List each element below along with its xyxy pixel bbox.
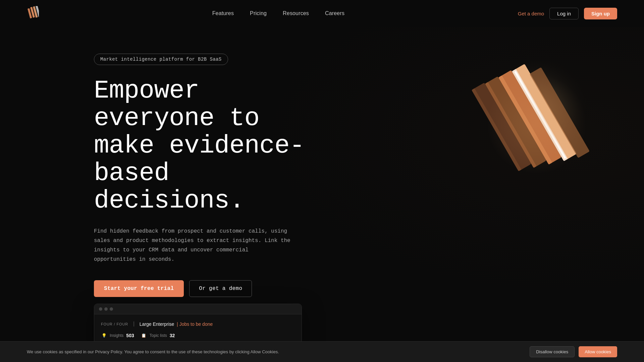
- window-title: Large Enterprise | Jobs to be done: [140, 321, 213, 327]
- navbar: Features Pricing Resources Careers Get a…: [0, 0, 644, 27]
- hero-section: Market intelligence platform for B2B Saa…: [0, 27, 644, 297]
- hero-visual: [456, 40, 617, 208]
- hero-title: Empower everyone to make evidence-based …: [94, 77, 322, 215]
- header-separator: |: [132, 321, 136, 327]
- insights-icon: 💡: [101, 333, 107, 339]
- bottom-area: FOUR / FOUR | Large Enterprise | Jobs to…: [0, 304, 644, 347]
- preview-window: FOUR / FOUR | Large Enterprise | Jobs to…: [94, 304, 302, 346]
- start-trial-button[interactable]: Start your free trial: [94, 280, 184, 297]
- insights-label: Insights: [110, 333, 123, 338]
- hero-buttons: Start your free trial Or get a demo: [94, 280, 322, 297]
- topics-value: 32: [170, 333, 175, 338]
- nav-careers[interactable]: Careers: [325, 10, 344, 16]
- cookie-banner: We use cookies as specified in our Priva…: [0, 341, 644, 362]
- signup-button[interactable]: Sign up: [584, 8, 617, 19]
- disallow-cookies-button[interactable]: Disallow cookies: [530, 346, 575, 357]
- topics-label: Topic lists: [150, 333, 167, 338]
- window-dot-2: [104, 307, 108, 311]
- window-dot-3: [110, 307, 113, 311]
- hero-description: Find hidden feedback from prospect and c…: [94, 227, 292, 264]
- get-demo-link[interactable]: Get a demo: [518, 11, 544, 16]
- window-dot-1: [99, 307, 102, 311]
- nav-pricing[interactable]: Pricing: [250, 10, 267, 16]
- login-button[interactable]: Log in: [549, 8, 579, 19]
- nav-features[interactable]: Features: [212, 10, 234, 16]
- cookie-text: We use cookies as specified in our Priva…: [27, 349, 279, 354]
- logo[interactable]: [27, 6, 39, 21]
- topics-icon: 📋: [141, 333, 147, 339]
- cookie-actions: Disallow cookies Allow cookies: [530, 346, 617, 357]
- window-tag: | Jobs to be done: [175, 321, 213, 327]
- window-stats-row: 💡 Insights 503 📋 Topic lists 32: [101, 333, 295, 339]
- window-titlebar: [94, 304, 302, 314]
- logo-icon: [27, 6, 39, 21]
- hero-badge: Market intelligence platform for B2B Saa…: [94, 54, 228, 65]
- nav-links: Features Pricing Resources Careers: [212, 10, 344, 17]
- stat-insights: 💡 Insights 503: [101, 333, 134, 339]
- window-body: FOUR / FOUR | Large Enterprise | Jobs to…: [94, 314, 302, 345]
- stat-topics: 📋 Topic lists 32: [141, 333, 175, 339]
- nav-actions: Get a demo Log in Sign up: [518, 8, 617, 19]
- hero-content: Market intelligence platform for B2B Saa…: [0, 54, 322, 297]
- glow-effect: [486, 74, 587, 174]
- get-demo-button[interactable]: Or get a demo: [189, 280, 252, 297]
- allow-cookies-button[interactable]: Allow cookies: [579, 346, 617, 357]
- insights-value: 503: [126, 333, 134, 338]
- window-header-row: FOUR / FOUR | Large Enterprise | Jobs to…: [101, 321, 295, 327]
- window-label: FOUR / FOUR: [101, 322, 128, 326]
- nav-resources[interactable]: Resources: [283, 10, 309, 16]
